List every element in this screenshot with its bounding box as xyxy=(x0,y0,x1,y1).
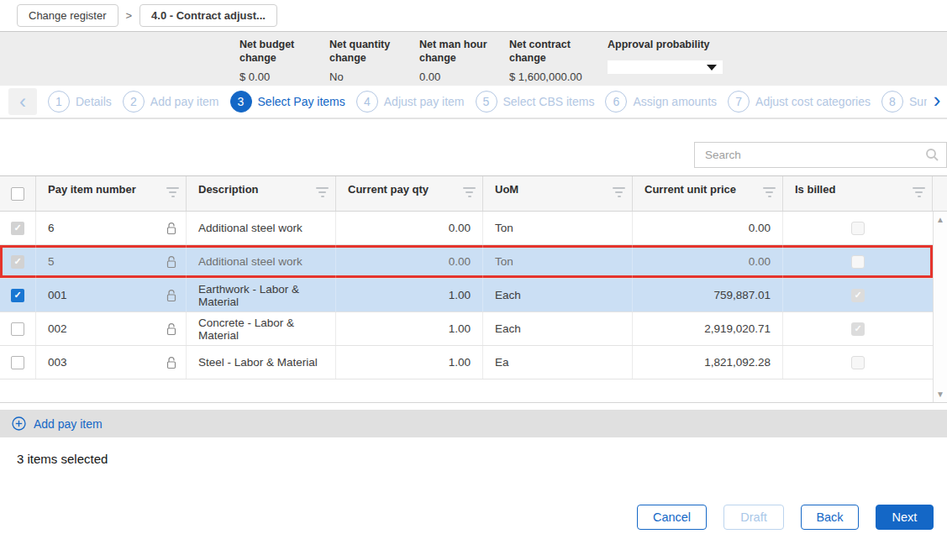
current-pay-qty: 1.00 xyxy=(449,356,471,369)
header-description: Description xyxy=(187,176,336,211)
is-billed-checkbox xyxy=(851,356,865,369)
filter-icon[interactable] xyxy=(463,183,476,197)
pay-item-number: 001 xyxy=(48,289,67,301)
search-input[interactable] xyxy=(705,149,925,161)
stat-value: $ 1,600,000.00 xyxy=(509,71,596,83)
step-label: Adjust cost categories xyxy=(755,95,871,108)
search-box[interactable] xyxy=(694,142,947,168)
header-uom: UoM xyxy=(483,176,633,211)
select-all-checkbox[interactable] xyxy=(11,187,24,201)
wizard-step-adjust-cost-categories[interactable]: 7 Adjust cost categories xyxy=(728,91,871,113)
column-label: Description xyxy=(198,183,259,196)
approval-probability-select[interactable] xyxy=(608,60,723,74)
column-label: Current unit price xyxy=(644,183,736,196)
header-scrollbar-spacer xyxy=(933,176,947,211)
row-select-checkbox xyxy=(11,255,24,269)
filter-icon[interactable] xyxy=(613,183,625,197)
is-billed-checkbox xyxy=(851,222,865,235)
current-unit-price: 759,887.01 xyxy=(713,289,771,301)
stat-net-man-hour-change: Net man hour change 0.00 xyxy=(419,39,502,86)
step-label: Add pay item xyxy=(150,95,219,108)
next-button[interactable]: Next xyxy=(876,505,934,530)
description: Steel - Labor & Material xyxy=(198,356,318,369)
header-current-pay-qty: Current pay qty xyxy=(336,176,483,211)
filter-icon[interactable] xyxy=(913,183,925,197)
table-row[interactable]: 002 Concrete - Labor & Material 1.00 Eac… xyxy=(0,312,933,346)
current-pay-qty: 1.00 xyxy=(449,289,471,301)
current-pay-qty: 0.00 xyxy=(449,255,471,268)
table-row[interactable]: 6 Additional steel work 0.00 Ton 0.00 xyxy=(0,212,933,245)
description: Additional steel work xyxy=(198,255,303,268)
filter-icon[interactable] xyxy=(763,183,776,197)
current-unit-price: 0.00 xyxy=(749,222,771,234)
filter-icon[interactable] xyxy=(166,183,179,197)
wizard-step-details[interactable]: 1 Details xyxy=(48,91,112,113)
chevron-left-icon: ‹ xyxy=(19,92,26,112)
step-number: 2 xyxy=(123,91,145,113)
pay-item-number: 003 xyxy=(48,356,67,369)
current-pay-qty: 1.00 xyxy=(449,322,471,335)
column-label: Pay item number xyxy=(48,183,136,196)
step-label: Adjust pay item xyxy=(384,95,465,108)
stat-label: Net budget change xyxy=(239,39,323,65)
pay-items-table: Pay item number Description Current pay … xyxy=(0,175,947,403)
search-icon xyxy=(925,148,939,162)
stat-net-quantity-change: Net quantity change No xyxy=(329,39,413,86)
filter-icon[interactable] xyxy=(316,183,329,197)
add-pay-item-button[interactable]: Add pay item xyxy=(0,410,947,437)
back-button[interactable]: Back xyxy=(801,505,859,530)
step-number: 4 xyxy=(356,91,378,113)
unlock-icon xyxy=(166,222,177,235)
header-is-billed: Is billed xyxy=(783,176,933,211)
step-number: 1 xyxy=(48,91,70,113)
scroll-down-icon[interactable]: ▼ xyxy=(936,390,944,399)
stat-label: Net contract change xyxy=(509,39,596,65)
current-unit-price: 1,821,092.28 xyxy=(704,356,771,369)
selection-status: 3 items selected xyxy=(17,452,947,466)
step-number: 6 xyxy=(605,91,627,113)
step-label: Assign amounts xyxy=(633,95,717,108)
vertical-scrollbar[interactable]: ▲ ▼ xyxy=(933,212,947,402)
table-row[interactable]: 003 Steel - Labor & Material 1.00 Ea 1,8… xyxy=(0,346,933,379)
row-select-checkbox[interactable] xyxy=(11,289,24,302)
header-current-unit-price: Current unit price xyxy=(633,176,783,211)
scroll-up-icon[interactable]: ▲ xyxy=(936,215,944,224)
stat-value: $ 0.00 xyxy=(239,71,323,83)
header-select-all-cell xyxy=(0,176,36,211)
wizard-step-select-cbs-items[interactable]: 5 Select CBS items xyxy=(476,91,595,113)
cancel-button[interactable]: Cancel xyxy=(637,505,707,530)
description: Additional steel work xyxy=(198,222,303,234)
row-select-checkbox[interactable] xyxy=(11,356,24,369)
pay-item-number: 5 xyxy=(48,255,55,268)
is-billed-checkbox xyxy=(851,255,865,269)
stat-value: 0.00 xyxy=(419,71,502,83)
description: Earthwork - Labor & Material xyxy=(198,283,335,308)
breadcrumb-chevron-icon: > xyxy=(126,9,133,22)
uom: Each xyxy=(495,289,521,301)
uom: Ea xyxy=(495,356,509,369)
wizard-step-add-pay-item[interactable]: 2 Add pay item xyxy=(123,91,219,113)
uom: Ton xyxy=(495,255,513,268)
wizard-step-adjust-pay-item[interactable]: 4 Adjust pay item xyxy=(356,91,465,113)
breadcrumb: Change register > 4.0 - Contract adjust.… xyxy=(0,0,947,31)
step-number: 8 xyxy=(881,91,903,113)
is-billed-checkbox xyxy=(851,289,865,302)
stat-label: Approval probability xyxy=(608,39,734,52)
chevron-right-icon: › xyxy=(934,87,941,113)
current-unit-price: 0.00 xyxy=(749,255,771,268)
breadcrumb-current-change[interactable]: 4.0 - Contract adjust... xyxy=(139,4,277,27)
step-number: 3 xyxy=(230,91,252,113)
wizard-step-select-pay-items[interactable]: 3 Select Pay items xyxy=(230,91,345,113)
breadcrumb-change-register[interactable]: Change register xyxy=(17,4,118,27)
unlock-icon xyxy=(166,255,177,269)
table-row[interactable]: 001 Earthwork - Labor & Material 1.00 Ea… xyxy=(0,279,933,312)
wizard-scroll-left-button[interactable]: ‹ xyxy=(8,88,37,115)
row-select-checkbox[interactable] xyxy=(11,322,24,336)
unlock-icon xyxy=(166,356,177,369)
description: Concrete - Labor & Material xyxy=(198,317,335,342)
stat-label: Net quantity change xyxy=(329,39,413,65)
wizard-step-assign-amounts[interactable]: 6 Assign amounts xyxy=(605,91,717,113)
wizard-scroll-right-button[interactable]: › xyxy=(927,86,947,118)
table-body: 6 Additional steel work 0.00 Ton 0.00 5 xyxy=(0,212,947,403)
table-row-flagged[interactable]: 5 Additional steel work 0.00 Ton 0.00 xyxy=(0,245,933,279)
